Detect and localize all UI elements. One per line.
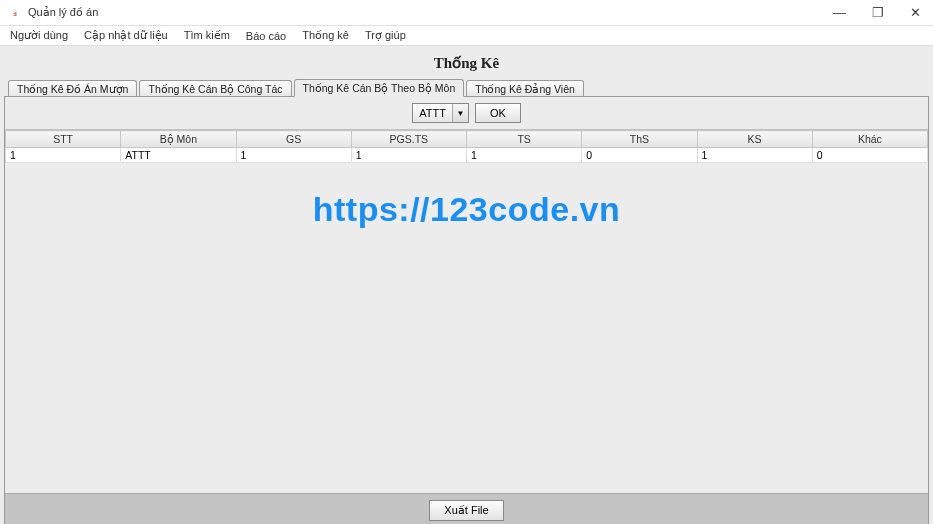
titlebar: Quản lý đồ án — ❐ ✕	[0, 0, 933, 26]
menu-tim-kiem[interactable]: Tìm kiếm	[178, 27, 236, 44]
tab-do-an-muon[interactable]: Thống Kê Đồ Án Mượn	[8, 80, 137, 97]
stats-table: STT Bộ Môn GS PGS.TS TS ThS KS Khác 1 AT…	[5, 130, 928, 163]
filter-row: ATTT ▼ OK	[5, 97, 928, 129]
tab-content: ATTT ▼ OK STT Bộ Môn GS PGS.TS TS ThS KS…	[4, 96, 929, 524]
menu-cap-nhat[interactable]: Cập nhật dữ liệu	[78, 27, 174, 44]
menu-bao-cao[interactable]: Báo cáo	[240, 28, 292, 44]
cell-ts: 1	[467, 148, 582, 163]
col-ks[interactable]: KS	[697, 131, 812, 148]
tab-dang-vien[interactable]: Thống Kê Đảng Viên	[466, 80, 584, 97]
java-app-icon	[8, 6, 22, 20]
cell-gs: 1	[236, 148, 351, 163]
empty-area	[5, 163, 928, 493]
cell-stt: 1	[6, 148, 121, 163]
bo-mon-dropdown[interactable]: ATTT ▼	[412, 103, 469, 123]
col-gs[interactable]: GS	[236, 131, 351, 148]
tabs-row: Thống Kê Đồ Án Mượn Thống Kê Cán Bộ Công…	[8, 78, 929, 96]
table-area: STT Bộ Môn GS PGS.TS TS ThS KS Khác 1 AT…	[5, 129, 928, 493]
menu-nguoi-dung[interactable]: Người dùng	[4, 27, 74, 44]
export-button[interactable]: Xuất File	[429, 500, 503, 521]
chevron-down-icon: ▼	[452, 104, 468, 122]
ok-button[interactable]: OK	[475, 103, 521, 123]
col-ts[interactable]: TS	[467, 131, 582, 148]
cell-khac: 0	[812, 148, 927, 163]
col-stt[interactable]: STT	[6, 131, 121, 148]
col-pgsts[interactable]: PGS.TS	[351, 131, 466, 148]
tab-can-bo-theo-bo-mon[interactable]: Thống Kê Cán Bộ Theo Bộ Môn	[294, 79, 465, 97]
minimize-button[interactable]: —	[829, 5, 850, 20]
maximize-button[interactable]: ❐	[868, 5, 888, 20]
col-bo-mon[interactable]: Bộ Môn	[121, 131, 236, 148]
col-ths[interactable]: ThS	[582, 131, 697, 148]
cell-ks: 1	[697, 148, 812, 163]
bottom-bar: Xuất File	[5, 493, 928, 524]
close-button[interactable]: ✕	[906, 5, 925, 20]
menubar: Người dùng Cập nhật dữ liệu Tìm kiếm Báo…	[0, 26, 933, 46]
window-title: Quản lý đồ án	[28, 6, 98, 19]
dropdown-value: ATTT	[413, 107, 452, 119]
tab-can-bo-cong-tac[interactable]: Thống Kê Cán Bộ Công Tác	[139, 80, 291, 97]
menu-thong-ke[interactable]: Thống kê	[296, 27, 355, 44]
table-row[interactable]: 1 ATTT 1 1 1 0 1 0	[6, 148, 928, 163]
cell-ths: 0	[582, 148, 697, 163]
menu-tro-giup[interactable]: Trợ giúp	[359, 27, 412, 44]
cell-bomon: ATTT	[121, 148, 236, 163]
col-khac[interactable]: Khác	[812, 131, 927, 148]
cell-pgsts: 1	[351, 148, 466, 163]
page-title: Thống Kê	[4, 50, 929, 78]
